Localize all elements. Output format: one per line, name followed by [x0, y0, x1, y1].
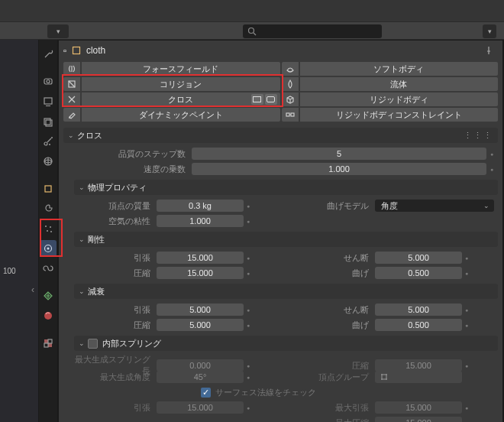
cloth-icon[interactable] [63, 93, 80, 106]
svg-rect-37 [382, 375, 386, 379]
damp-bending-label: 曲げ [292, 320, 375, 331]
add-dynamic-paint-button[interactable]: ダイナミックペイント [82, 108, 280, 122]
stiffness-header[interactable]: ⌄ 剛性 [74, 232, 498, 247]
add-force-field-button[interactable]: フォースフィールド [82, 62, 280, 76]
quality-steps-label: 品質のステップ数 [63, 148, 192, 160]
stiff-shear-field[interactable]: 5.000 [375, 252, 462, 264]
options-dropdown[interactable]: ▾ [483, 24, 496, 38]
is-compression-field[interactable]: 15.000 [375, 359, 462, 372]
tab-tool[interactable] [40, 46, 57, 63]
max-spring-ang-label: 最大生成角度 [74, 372, 157, 383]
search-input[interactable] [243, 24, 382, 38]
tab-object[interactable] [40, 180, 57, 197]
svg-point-3 [47, 80, 50, 83]
display-viewport-toggle[interactable] [251, 94, 263, 105]
search-icon [247, 27, 257, 36]
damp-bending-field[interactable]: 0.500 [375, 319, 462, 331]
physical-properties-header[interactable]: ⌄ 物理プロパティ [74, 180, 498, 195]
damp-shear-label: せん断 [292, 304, 375, 316]
soft-body-icon[interactable] [282, 62, 299, 76]
tab-constraints[interactable] [40, 260, 57, 277]
fluid-icon[interactable] [282, 77, 299, 91]
editor-type-dropdown[interactable]: ▾ [47, 24, 69, 38]
svg-rect-23 [44, 343, 48, 347]
speed-multiplier-field[interactable]: 1.000 [192, 163, 486, 175]
svg-line-26 [69, 81, 75, 87]
add-collision-button[interactable]: コリジョン [82, 77, 280, 91]
collapse-chevron-icon[interactable]: ‹ [31, 284, 34, 295]
internal-springs-enable-checkbox[interactable] [88, 339, 98, 349]
vertex-mass-field[interactable]: 0.3 kg [157, 200, 244, 212]
stiff-tension-label: 引張 [74, 252, 157, 264]
internal-springs-header[interactable]: ⌄ 内部スプリング [74, 336, 498, 351]
svg-point-10 [49, 144, 50, 145]
remove-cloth-button[interactable]: クロス [82, 93, 280, 106]
add-rbc-button[interactable]: リジッドボディコンストレイント [300, 108, 499, 122]
chevron-down-icon: ⌄ [79, 339, 85, 347]
cloth-panel-header[interactable]: ⌄ クロス ⋮⋮⋮ [63, 128, 498, 143]
tab-scene[interactable] [40, 133, 57, 150]
display-render-toggle[interactable] [265, 94, 277, 105]
anim-dot[interactable]: ● [486, 151, 497, 157]
add-fluid-button[interactable]: 流体 [300, 77, 499, 91]
tab-modifiers[interactable] [40, 200, 57, 217]
tab-data[interactable] [40, 287, 57, 304]
air-viscosity-label: 空気の粘性 [74, 216, 157, 227]
datablock-name[interactable]: cloth [86, 45, 480, 56]
anim-dot[interactable]: ● [486, 167, 497, 172]
collision-icon[interactable] [63, 77, 80, 91]
is-tension-field[interactable]: 15.000 [157, 401, 244, 414]
quality-steps-field[interactable]: 5 [192, 148, 486, 160]
svg-point-15 [47, 230, 48, 232]
vertex-group-icon [380, 372, 389, 381]
max-tension-field[interactable]: 15.000 [375, 401, 462, 414]
rbc-icon[interactable] [282, 108, 299, 122]
svg-rect-22 [48, 339, 52, 343]
stiff-bending-field[interactable]: 0.500 [375, 267, 462, 279]
damping-header[interactable]: ⌄ 減衰 [74, 284, 498, 299]
vertex-group-field[interactable] [375, 371, 462, 383]
max-tension-label: 最大引張 [292, 402, 375, 414]
add-soft-body-button[interactable]: ソフトボディ [300, 62, 499, 76]
tab-world[interactable] [40, 153, 57, 170]
properties-tabs [39, 40, 57, 422]
max-spring-ang-field[interactable]: 45° [157, 371, 244, 383]
svg-point-29 [69, 117, 70, 118]
is-compression-label: 圧縮 [292, 360, 375, 372]
force-field-icon[interactable] [63, 62, 80, 76]
tab-view-layer[interactable] [40, 113, 57, 130]
speed-multiplier-label: 速度の乗数 [63, 164, 192, 175]
tab-output[interactable] [40, 93, 57, 110]
check-surface-normals-label: サーフェス法線をチェック [215, 387, 316, 398]
svg-point-14 [50, 226, 51, 228]
stiff-bending-label: 曲げ [292, 268, 375, 279]
panel-menu-icon[interactable]: ⋮⋮⋮ [464, 131, 493, 141]
stiff-compression-field[interactable]: 15.000 [157, 267, 244, 279]
svg-point-0 [249, 28, 254, 34]
tab-particles[interactable] [40, 220, 57, 237]
tab-render[interactable] [40, 73, 57, 90]
damp-shear-field[interactable]: 5.000 [375, 304, 462, 316]
chevron-down-icon: ⌄ [79, 235, 85, 243]
add-rigid-body-button[interactable]: リジッドボディ [300, 93, 499, 106]
bending-model-label: 曲げモデル [292, 200, 375, 212]
max-compression-field[interactable]: 15.000 [375, 417, 462, 422]
check-surface-normals-checkbox[interactable]: ✓ [201, 388, 211, 398]
svg-line-1 [254, 33, 256, 35]
rigid-body-icon[interactable] [282, 93, 299, 106]
stiff-tension-field[interactable]: 15.000 [157, 252, 244, 264]
max-spring-len-field[interactable]: 0.000 [157, 359, 244, 372]
bending-model-dropdown[interactable]: 角度⌄ [375, 200, 494, 212]
damp-compression-field[interactable]: 5.000 [157, 319, 244, 331]
damp-tension-field[interactable]: 5.000 [157, 304, 244, 316]
tab-texture[interactable] [40, 335, 57, 352]
dynamic-paint-icon[interactable] [63, 108, 80, 122]
stiff-shear-label: せん断 [292, 252, 375, 264]
frame-number: 100 [3, 267, 16, 275]
tab-material[interactable] [40, 307, 57, 324]
vertex-mass-label: 頂点の質量 [74, 200, 157, 212]
svg-point-8 [44, 142, 47, 145]
pin-icon[interactable] [484, 46, 493, 55]
air-viscosity-field[interactable]: 1.000 [157, 215, 244, 227]
tab-physics[interactable] [40, 240, 57, 257]
